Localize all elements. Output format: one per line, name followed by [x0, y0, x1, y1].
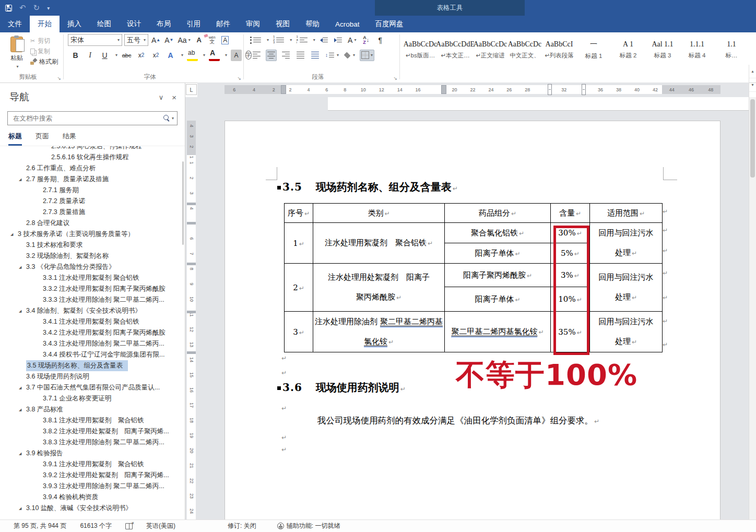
increase-indent-button[interactable] [333, 34, 344, 46]
font-color-button[interactable]: A [209, 50, 220, 61]
text-effects-dropdown-icon[interactable]: ▾ [181, 53, 183, 57]
expand-triangle-icon[interactable]: ◢ [19, 174, 26, 185]
nav-heading-item[interactable]: ◢3.9 检验报告 [0, 448, 185, 459]
superscript-button[interactable]: x2 [150, 50, 161, 61]
accessibility-status[interactable]: 辅助功能: 一切就绪 [277, 522, 340, 530]
nav-heading-item[interactable]: 3.5 现场药剂名称、组分及含量表 [0, 360, 185, 371]
clear-formatting-button[interactable]: A [194, 34, 205, 46]
underline-dropdown-icon[interactable]: ▾ [115, 53, 117, 57]
nav-scrollbar[interactable] [182, 161, 184, 245]
style-card-0[interactable]: AaBbCcDc↵bs版面… [403, 32, 438, 65]
nav-heading-item[interactable]: 2.5.6.16 软化再生操作规程 [0, 152, 185, 163]
nav-heading-item[interactable]: 2.7.2 质量承诺 [0, 196, 185, 207]
change-case-button[interactable]: Aa▾ [177, 34, 192, 46]
show-hide-marks-button[interactable]: ¶ [375, 34, 386, 46]
justify-button[interactable] [295, 50, 306, 61]
tab-draw[interactable]: 绘图 [89, 16, 119, 32]
align-right-button[interactable] [280, 50, 291, 61]
nav-heading-item[interactable]: 2.6 工作重点、难点分析 [0, 163, 185, 174]
nav-heading-item[interactable]: ◢3.3 《化学品危险性分类报告》 [0, 262, 185, 273]
tab-help[interactable]: 帮助 [298, 16, 327, 32]
nav-tab-headings[interactable]: 标题 [8, 132, 22, 146]
highlight-dropdown-icon[interactable]: ▾ [203, 53, 205, 57]
ruler-column-adjust-marker[interactable] [548, 84, 552, 95]
nav-heading-item[interactable]: ◢2.7 服务期、质量承诺及措施 [0, 174, 185, 185]
scrollbar-thumb[interactable] [750, 99, 755, 178]
nav-heading-item[interactable]: 3.3.3 注水处理用除油剂 聚二甲基二烯丙... [0, 294, 185, 305]
phonetic-guide-button[interactable]: wén文 [207, 34, 218, 46]
line-spacing-button[interactable]: ↕▾ [324, 50, 340, 61]
font-size-select[interactable]: 五号▾ [124, 34, 148, 46]
ruler-table-column-marker[interactable] [281, 85, 286, 94]
search-dropdown-icon[interactable]: ▾ [172, 116, 174, 121]
nav-heading-item[interactable]: 2.7.1 服务期 [0, 185, 185, 196]
italic-button[interactable]: I [85, 50, 96, 61]
customize-qat-icon[interactable]: ▾ [47, 5, 50, 11]
nav-heading-item[interactable]: 3.4.1 注水处理用絮凝剂 聚合铝铁 [0, 316, 185, 327]
language-indicator[interactable]: 英语(美国) [146, 522, 175, 530]
font-dialog-launcher-icon[interactable]: ↘ [237, 76, 241, 81]
nav-heading-item[interactable]: 3.4.4 授权书-辽宁辽河金宇能源集团有限... [0, 349, 185, 360]
tab-design[interactable]: 设计 [119, 16, 149, 32]
tab-home[interactable]: 开始 [30, 16, 60, 32]
expand-triangle-icon[interactable]: ◢ [10, 229, 18, 240]
track-changes-indicator[interactable]: 修订: 关闭 [228, 522, 256, 530]
tab-selector[interactable]: L [186, 84, 197, 95]
asian-layout-button[interactable]: A▾ [347, 34, 358, 46]
bold-button[interactable]: B [70, 50, 81, 61]
distribute-button[interactable] [310, 50, 321, 61]
nav-heading-item[interactable]: ◢3.4 除油剂、絮凝剂《安全技术说明书》 [0, 305, 185, 316]
nav-heading-item[interactable]: 3.7.1 企业名称变更证明 [0, 393, 185, 404]
cut-button[interactable]: ✂ 剪切 [30, 36, 58, 46]
character-border-button[interactable]: A [220, 34, 231, 46]
nav-heading-item[interactable]: 2.7.3 质量措施 [0, 207, 185, 218]
nav-close-icon[interactable]: × [172, 93, 176, 102]
format-painter-button[interactable]: 格式刷 [30, 56, 58, 67]
style-card-9[interactable]: 1.1标… [714, 32, 749, 65]
nav-heading-item[interactable]: 3.2 现场除油剂、絮凝剂名称 [0, 251, 185, 262]
tab-acrobat[interactable]: Acrobat [327, 16, 368, 32]
nav-heading-item[interactable]: 3.9.2 注水处理用处絮凝剂 阳离子聚丙烯... [0, 470, 185, 481]
nav-heading-item[interactable]: 3.1 技术标准和要求 [0, 240, 185, 251]
nav-heading-item[interactable]: 3.8.1 注水处理用絮凝剂 聚合铝铁 [0, 415, 185, 426]
bullets-dropdown-icon[interactable]: ▾ [267, 38, 269, 42]
nav-heading-item[interactable]: ◢3.7 中国石油天然气集团有限公司产品质量认... [0, 382, 185, 393]
tab-view[interactable]: 视图 [268, 16, 298, 32]
nav-heading-item[interactable]: 3.4.3 注水处理用除油剂 聚二甲基二烯丙... [0, 338, 185, 349]
style-card-7[interactable]: Aal 1.1标题 3 [645, 32, 680, 65]
expand-triangle-icon[interactable]: ◢ [19, 262, 26, 273]
shading-button[interactable]: ▾ [344, 50, 356, 61]
align-left-button[interactable] [251, 50, 262, 61]
nav-heading-item[interactable]: 3.6 现场使用药剂说明 [0, 371, 185, 382]
nav-tab-pages[interactable]: 页面 [36, 132, 49, 146]
vertical-scrollbar[interactable] [749, 97, 756, 519]
nav-heading-item[interactable]: ◢3 技术服务承诺（主要说明服务质量等） [0, 229, 185, 240]
tab-mailings[interactable]: 邮件 [208, 16, 238, 32]
nav-heading-item[interactable]: 3.8.3 注水处理用除油剂 聚二甲基二烯丙... [0, 437, 185, 448]
strikethrough-button[interactable]: abc [121, 50, 132, 61]
align-center-button[interactable] [266, 50, 277, 61]
nav-heading-item[interactable]: 3.8.2 注水处理用处絮凝剂 阳离子聚丙烯... [0, 426, 185, 437]
tab-layout[interactable]: 布局 [149, 16, 179, 32]
document-page[interactable]: 3.5现场药剂名称、组分及含量表↵ 序号↵ 类别↵ 药品组分↵ 含量↵ 适用范围… [225, 121, 720, 519]
sort-button[interactable]: AZ↓ [361, 34, 372, 46]
reagent-table[interactable]: 序号↵ 类别↵ 药品组分↵ 含量↵ 适用范围↵ 1↵ 注水处理用絮凝剂 聚合铝铁… [284, 203, 663, 352]
gallery-up-icon[interactable]: ▲ [749, 65, 756, 78]
grow-font-button[interactable]: A▲ [150, 34, 161, 46]
decrease-indent-button[interactable] [318, 34, 329, 46]
document-view[interactable]: 3.5现场药剂名称、组分及含量表↵ 序号↵ 类别↵ 药品组分↵ 含量↵ 适用范围… [197, 97, 749, 519]
search-input[interactable] [12, 114, 163, 123]
nav-heading-item[interactable]: 3.9.1 注水处理用絮凝剂 聚合铝铁 [0, 459, 185, 470]
nav-tab-results[interactable]: 结果 [63, 132, 76, 146]
tab-references[interactable]: 引用 [179, 16, 208, 32]
redo-icon[interactable]: ↻ [33, 3, 40, 13]
style-card-3[interactable]: AaBbCcDc中文正文、 [507, 32, 542, 65]
expand-triangle-icon[interactable]: ◢ [19, 305, 26, 316]
bullets-button[interactable] [249, 34, 262, 46]
nav-heading-item[interactable]: ◢3.10 盐酸、液碱《安全技术说明书》 [0, 503, 185, 514]
ruler-table-column-marker[interactable] [441, 85, 446, 94]
nav-heading-item[interactable]: 3.9.3 注水处理用除油剂 聚二甲基二烯丙... [0, 481, 185, 492]
style-card-4[interactable]: AaBbCcI↵列表段落 [542, 32, 576, 65]
expand-triangle-icon[interactable]: ◢ [19, 448, 26, 459]
font-color-dropdown-icon[interactable]: ▾ [225, 53, 227, 57]
